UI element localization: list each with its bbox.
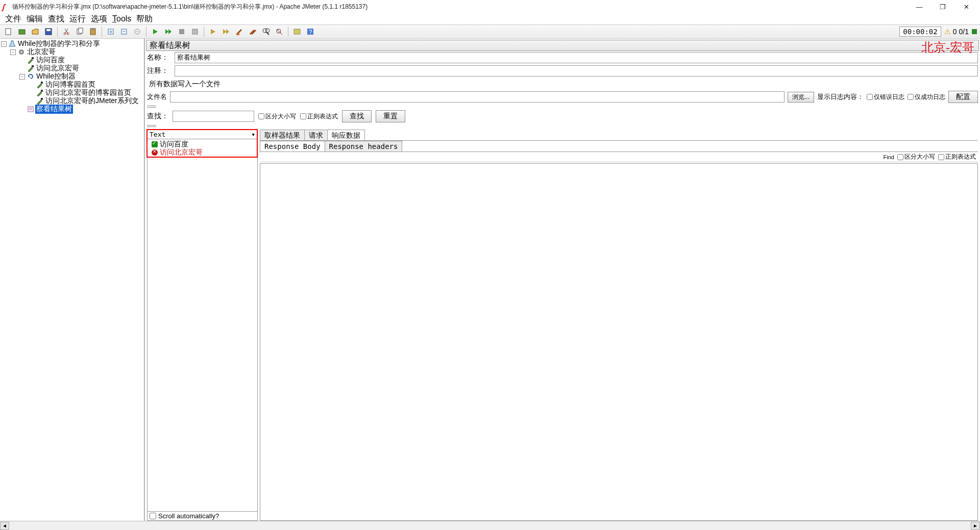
tree-item[interactable]: -While控制器的学习和分享 xyxy=(1,40,143,48)
loop-icon xyxy=(27,73,34,80)
tree-item[interactable]: 访问北京宏哥 xyxy=(1,64,143,72)
svg-rect-9 xyxy=(91,28,94,30)
svg-rect-0 xyxy=(6,29,11,35)
result-item[interactable]: 访问百度 xyxy=(149,140,256,148)
close-button[interactable]: ✕ xyxy=(954,0,978,13)
tree-item[interactable]: 访问博客园首页 xyxy=(1,81,143,89)
stop-icon[interactable] xyxy=(176,26,188,37)
new-icon[interactable] xyxy=(3,26,15,37)
menu-选项[interactable]: 选项 xyxy=(89,14,109,24)
svg-text:−: − xyxy=(122,28,126,34)
subtab-1[interactable]: Response headers xyxy=(325,141,403,152)
scroll-left-icon[interactable]: ◄ xyxy=(0,522,9,530)
toolbar: + − ? 00:00:02 ⚠ 0 0/1 xyxy=(0,24,980,39)
only-success-log-checkbox[interactable]: 仅成功日志 xyxy=(908,93,945,102)
save-icon[interactable] xyxy=(42,26,55,37)
menu-运行[interactable]: 运行 xyxy=(67,14,88,24)
subtab-0[interactable]: Response Body xyxy=(260,141,325,152)
response-body-textarea[interactable] xyxy=(260,163,978,521)
shutdown-icon[interactable] xyxy=(189,26,201,37)
reset-search-icon[interactable] xyxy=(273,26,285,37)
tree-item[interactable]: 察看结果树 xyxy=(1,105,143,113)
start-no-pause-icon[interactable] xyxy=(162,26,175,37)
config-button[interactable]: 配置 xyxy=(948,91,978,103)
find-case-checkbox[interactable]: 区分大小写 xyxy=(897,153,935,161)
scroll-auto-checkbox[interactable]: Scroll automatically? xyxy=(148,511,257,520)
search-input[interactable] xyxy=(173,111,254,122)
start-icon[interactable] xyxy=(149,26,161,37)
tree-toggle-icon[interactable]: - xyxy=(1,41,7,47)
menu-文件[interactable]: 文件 xyxy=(3,14,23,24)
clear-all-icon[interactable] xyxy=(247,26,259,37)
remote-start-icon[interactable] xyxy=(207,26,219,37)
copy-icon[interactable] xyxy=(74,26,86,37)
collapse-icon[interactable]: − xyxy=(118,26,130,37)
menu-编辑[interactable]: 编辑 xyxy=(24,14,45,24)
svg-rect-27 xyxy=(32,57,34,59)
pipette-icon xyxy=(36,97,43,105)
svg-rect-17 xyxy=(236,33,239,35)
templates-icon[interactable] xyxy=(16,26,28,37)
tree-item[interactable]: -While控制器 xyxy=(1,72,143,81)
case-sensitive-checkbox[interactable]: 区分大小写 xyxy=(258,112,296,121)
menu-查找[interactable]: 查找 xyxy=(46,14,66,24)
maximize-button[interactable]: ❐ xyxy=(931,0,954,13)
pipette-icon xyxy=(36,81,43,88)
results-detail-panel: 取样器结果请求响应数据 Response BodyResponse header… xyxy=(260,130,978,521)
thread-status: ⚠ 0 0/1 xyxy=(944,28,978,36)
paste-icon[interactable] xyxy=(87,26,99,37)
horizontal-scrollbar[interactable]: ◄ ► xyxy=(0,521,980,530)
result-label: 访问北京宏哥 xyxy=(160,148,203,157)
svg-point-19 xyxy=(265,29,270,33)
warning-icon: ⚠ xyxy=(944,28,951,36)
reset-button[interactable]: 重置 xyxy=(376,110,405,122)
watermark: 北京-宏哥 xyxy=(921,39,974,56)
status-dot-icon xyxy=(971,28,978,35)
name-input[interactable] xyxy=(175,52,978,63)
cut-icon[interactable] xyxy=(60,26,72,37)
splitter[interactable] xyxy=(147,105,978,108)
tree-item[interactable]: 访问北京宏哥的JMeter系列文 xyxy=(1,97,143,105)
open-icon[interactable] xyxy=(29,26,41,37)
browse-button[interactable]: 浏览... xyxy=(788,92,814,103)
elapsed-time: 00:00:02 xyxy=(899,27,941,37)
scroll-right-icon[interactable]: ► xyxy=(971,522,980,530)
svg-rect-32 xyxy=(28,107,33,112)
show-log-label: 显示日志内容： xyxy=(817,92,864,102)
remote-stop-icon[interactable] xyxy=(220,26,232,37)
error-icon xyxy=(152,149,158,156)
menu-帮助[interactable]: 帮助 xyxy=(134,14,155,24)
filename-input[interactable] xyxy=(170,91,785,103)
renderer-dropdown[interactable]: Text xyxy=(148,130,257,139)
minimize-button[interactable]: — xyxy=(908,0,931,13)
help-icon[interactable]: ? xyxy=(304,26,316,37)
results-list[interactable]: 访问百度访问北京宏哥 xyxy=(148,139,257,511)
expand-icon[interactable]: + xyxy=(105,26,117,37)
tree-toggle-icon[interactable]: - xyxy=(19,74,25,80)
find-regex-checkbox[interactable]: 正则表达式 xyxy=(938,153,976,161)
tree-item[interactable]: 访问北京宏哥的博客园首页 xyxy=(1,89,143,97)
comments-input[interactable] xyxy=(175,65,978,77)
only-error-log-checkbox[interactable]: 仅错误日志 xyxy=(867,93,904,102)
toggle-icon[interactable] xyxy=(131,26,143,37)
filename-label: 文件名 xyxy=(147,92,167,102)
tab-1[interactable]: 请求 xyxy=(304,130,328,140)
svg-text:+: + xyxy=(109,29,112,35)
tree-item[interactable]: -北京宏哥 xyxy=(1,48,143,56)
search-icon[interactable] xyxy=(260,26,272,37)
regex-checkbox[interactable]: 正则表达式 xyxy=(300,112,338,121)
find-label: Find xyxy=(884,154,894,160)
tree-toggle-icon[interactable]: - xyxy=(10,49,16,55)
tab-0[interactable]: 取样器结果 xyxy=(260,130,305,140)
svg-rect-21 xyxy=(294,29,300,34)
clear-icon[interactable] xyxy=(233,26,246,37)
svg-rect-16 xyxy=(192,29,198,34)
search-button[interactable]: 查找 xyxy=(342,110,372,122)
splitter-2[interactable] xyxy=(147,124,978,128)
function-helper-icon[interactable] xyxy=(291,26,303,37)
menu-Tools[interactable]: Tools xyxy=(110,14,133,23)
tree-item[interactable]: 访问百度 xyxy=(1,56,143,64)
test-plan-tree[interactable]: -While控制器的学习和分享-北京宏哥访问百度访问北京宏哥-While控制器访… xyxy=(0,39,144,521)
tab-2[interactable]: 响应数据 xyxy=(327,130,365,140)
result-item[interactable]: 访问北京宏哥 xyxy=(149,148,256,157)
